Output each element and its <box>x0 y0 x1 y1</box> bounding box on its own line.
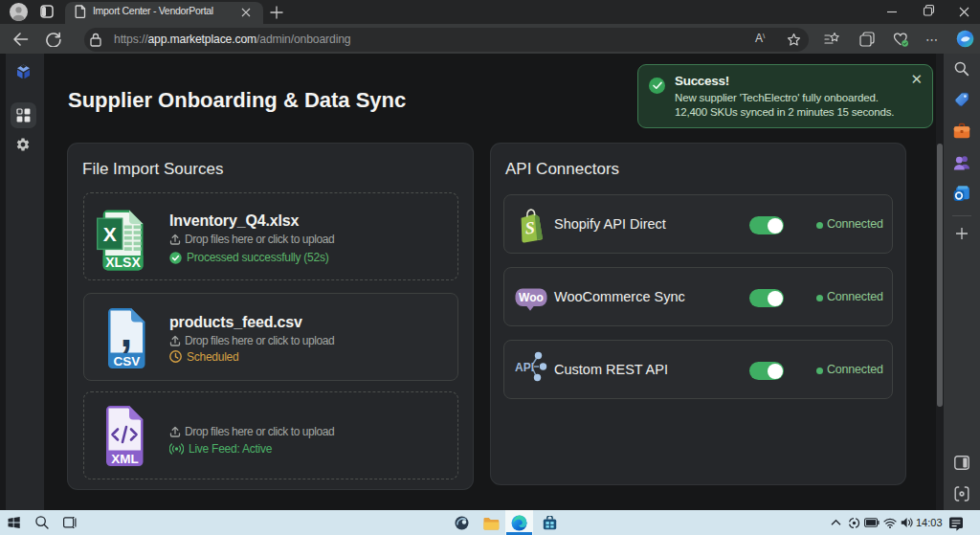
svg-text:S: S <box>524 218 536 238</box>
svg-text:CSV: CSV <box>114 354 141 368</box>
svg-text:API: API <box>515 361 534 374</box>
svg-text:X: X <box>103 223 117 245</box>
svg-text:XML: XML <box>111 452 139 466</box>
svg-text:XLSX: XLSX <box>105 255 141 270</box>
svg-text:Woo: Woo <box>519 291 544 304</box>
svg-text:,: , <box>121 307 133 356</box>
